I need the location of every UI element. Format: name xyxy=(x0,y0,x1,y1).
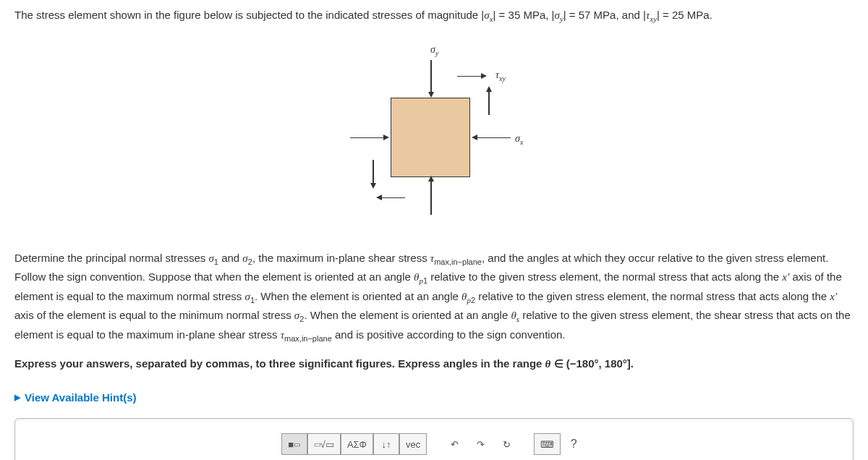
tau-xy-label: τxy xyxy=(495,69,506,82)
hints-toggle[interactable]: View Available Hint(s) xyxy=(14,391,137,404)
sigma-y-arrowhead xyxy=(428,92,434,98)
tau-left-arrow xyxy=(373,160,374,184)
sigma-y-bottom-arrow xyxy=(430,180,432,215)
answer-box: ■▭ ▭√▭ ΑΣΦ ↓↑ vec ↶ ↷ ↻ ⌨ ? σ1 = , θp1 =… xyxy=(14,418,854,460)
root-button[interactable]: ▭√▭ xyxy=(307,433,341,455)
sigma-y-arrow xyxy=(430,60,432,95)
tau-right-arrow xyxy=(488,90,490,115)
sigma-x-arrowhead xyxy=(472,135,477,140)
instructions-text: Determine the principal normal stresses … xyxy=(14,250,854,346)
keyboard-button[interactable]: ⌨ xyxy=(534,433,561,455)
sigma-x-arrow xyxy=(476,137,511,139)
sigma-y-bottom-arrowhead xyxy=(428,176,434,182)
tau-left-arrowhead xyxy=(370,183,376,189)
reset-button[interactable]: ↻ xyxy=(493,433,519,455)
sigma-x-left-arrowhead xyxy=(383,135,389,140)
vec-button[interactable]: vec xyxy=(399,433,427,455)
greek-button[interactable]: ΑΣΦ xyxy=(341,433,373,455)
figure-area: σy τxy σx xyxy=(14,40,854,221)
equation-toolbar: ■▭ ▭√▭ ΑΣΦ ↓↑ vec ↶ ↷ ↻ ⌨ ? xyxy=(281,433,587,455)
stress-box xyxy=(391,98,470,177)
stress-element-figure: σy τxy σx xyxy=(333,40,535,221)
undo-button[interactable]: ↶ xyxy=(441,433,467,455)
redo-button[interactable]: ↷ xyxy=(467,433,493,455)
templates-button[interactable]: ■▭ xyxy=(281,433,307,455)
tau-top-arrowhead xyxy=(481,73,487,79)
tau-right-arrowhead xyxy=(486,86,492,92)
tau-top-arrow xyxy=(457,76,482,77)
help-button[interactable]: ? xyxy=(561,433,587,455)
sigma-x-label: σx xyxy=(515,132,523,146)
tau-bottom-arrowhead xyxy=(376,195,382,200)
tau-bottom-arrow xyxy=(380,197,405,199)
sigma-y-label: σy xyxy=(430,43,438,57)
format-instructions: Express your answers, separated by comma… xyxy=(14,355,854,372)
subscript-button[interactable]: ↓↑ xyxy=(373,433,399,455)
problem-statement: The stress element shown in the figure b… xyxy=(14,7,854,25)
sigma-x-left-arrow xyxy=(350,137,385,139)
